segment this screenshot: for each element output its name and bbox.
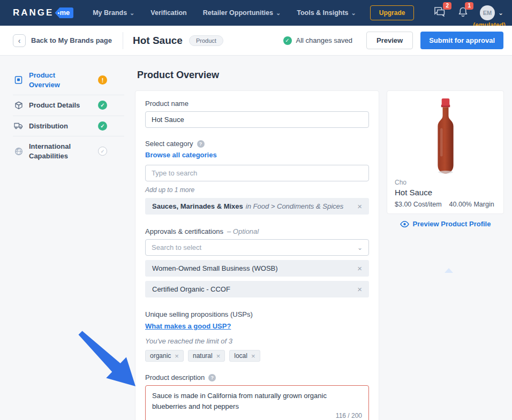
sidebar-item-international-capabilities[interactable]: International Capabilities ✓ bbox=[13, 136, 124, 166]
warning-status-icon: ! bbox=[98, 75, 107, 85]
certifications-select[interactable]: Search to select ⌄ bbox=[145, 239, 369, 256]
nav-items: My Brands ⌄ Verification Retailer Opport… bbox=[93, 9, 356, 17]
upgrade-button[interactable]: Upgrade bbox=[370, 5, 415, 20]
pricing-row: $3.00 Cost/item 40.00% Margin bbox=[395, 201, 496, 208]
description-text: Sauce is made in California from natural… bbox=[152, 391, 362, 411]
description-textarea[interactable]: Sauce is made in California from natural… bbox=[145, 385, 369, 420]
product-name-label: Product name bbox=[145, 100, 369, 108]
browse-all-categories-link[interactable]: Browse all categories bbox=[145, 151, 217, 159]
rangeme-logo[interactable]: RANGE me bbox=[13, 7, 73, 18]
usp-help-link[interactable]: What makes a good USP? bbox=[145, 322, 231, 330]
preview-product-profile-link[interactable]: Preview Product Profile bbox=[387, 220, 504, 228]
category-name: Sauces, Marinades & Mixes bbox=[152, 202, 243, 210]
chevron-down-icon: ⌄ bbox=[357, 246, 363, 249]
back-chevron-icon: ‹ bbox=[18, 36, 21, 45]
back-button[interactable]: ‹ bbox=[13, 34, 26, 47]
product-preview-card: Cho Hot Sauce $3.00 Cost/item 40.00% Mar… bbox=[387, 90, 504, 214]
category-hint: Add up to 1 more bbox=[145, 186, 369, 194]
chevron-down-icon: ⌄ bbox=[130, 11, 134, 15]
nav-right: 2 1 EM ⌄ (emulated) bbox=[433, 5, 503, 20]
remove-certification-icon[interactable]: × bbox=[357, 285, 362, 293]
cube-icon bbox=[14, 101, 23, 110]
sidebar-item-product-overview[interactable]: Product Overview ! bbox=[13, 65, 124, 95]
back-link[interactable]: Back to My Brands page bbox=[31, 36, 112, 44]
submit-for-approval-button[interactable]: Submit for approval bbox=[420, 32, 503, 49]
sidebar-item-product-details[interactable]: Product Details ✓ bbox=[13, 95, 124, 116]
top-navbar: RANGE me My Brands ⌄ Verification Retail… bbox=[0, 0, 512, 26]
sidebar-item-distribution[interactable]: Distribution ✓ bbox=[13, 116, 124, 137]
section-sidebar: Product Overview ! Product Details ✓ Dis… bbox=[13, 65, 124, 166]
nav-my-brands[interactable]: My Brands ⌄ bbox=[93, 9, 134, 17]
logo-text-range: RANGE bbox=[13, 7, 54, 18]
header-actions: ✓ All changes saved Preview Submit for a… bbox=[283, 32, 503, 49]
usps-label: Unique selling propositions (USPs) bbox=[145, 310, 369, 318]
help-icon[interactable]: ? bbox=[197, 140, 205, 148]
product-type-badge: Product bbox=[189, 35, 223, 46]
description-label: Product description ? bbox=[145, 373, 369, 381]
product-overview-form: Product name Select category ? Browse al… bbox=[135, 90, 379, 420]
cost-per-item: $3.00 Cost/item bbox=[395, 201, 442, 208]
product-image bbox=[395, 97, 496, 177]
nav-tools-insights[interactable]: Tools & Insights ⌄ bbox=[297, 9, 356, 17]
remove-usp-icon[interactable]: × bbox=[216, 353, 221, 360]
certifications-placeholder: Search to select bbox=[152, 243, 201, 251]
usp-tags: organic × natural × local × bbox=[145, 350, 369, 362]
complete-status-icon: ✓ bbox=[98, 121, 107, 131]
eye-icon bbox=[400, 221, 409, 227]
category-search-input[interactable] bbox=[145, 165, 369, 181]
help-icon[interactable]: ? bbox=[208, 374, 216, 381]
chevron-down-icon: ⌄ bbox=[498, 11, 503, 15]
page: RANGE me My Brands ⌄ Verification Retail… bbox=[0, 0, 512, 420]
avatar: EM bbox=[480, 5, 495, 20]
nav-verification[interactable]: Verification bbox=[150, 9, 186, 17]
selected-category-chip: Sauces, Marinades & Mixes in Food > Cond… bbox=[145, 198, 369, 215]
globe-icon bbox=[14, 147, 23, 156]
chevron-down-icon: ⌄ bbox=[351, 11, 356, 15]
complete-status-icon: ✓ bbox=[98, 101, 107, 110]
certification-chip: Certified Organic - CCOF × bbox=[145, 281, 369, 297]
nav-retailer-opportunities[interactable]: Retailer Opportunities ⌄ bbox=[203, 9, 281, 17]
logo-tag-me: me bbox=[55, 7, 73, 18]
char-counter: 116 / 200 bbox=[152, 412, 362, 419]
category-path: in Food > Condiments & Spices bbox=[246, 202, 343, 210]
notifications-button[interactable]: 1 bbox=[458, 6, 468, 20]
page-header: ‹ Back to My Brands page Hot Sauce Produ… bbox=[0, 26, 512, 56]
account-menu[interactable]: EM ⌄ bbox=[480, 5, 503, 20]
save-status: ✓ All changes saved bbox=[283, 36, 353, 45]
certification-chip: Women-Owned Small Business (WOSB) × bbox=[145, 260, 369, 277]
remove-certification-icon[interactable]: × bbox=[357, 264, 362, 272]
margin: 40.00% Margin bbox=[449, 201, 494, 208]
document-icon bbox=[14, 75, 23, 85]
product-name-input[interactable] bbox=[145, 111, 369, 128]
chevron-down-icon: ⌄ bbox=[276, 11, 281, 15]
certifications-label: Approvals & certifications – Optional bbox=[145, 227, 369, 235]
brand-name: Cho bbox=[395, 179, 496, 186]
remove-usp-icon[interactable]: × bbox=[175, 353, 179, 360]
remove-usp-icon[interactable]: × bbox=[251, 353, 255, 360]
remove-category-icon[interactable]: × bbox=[357, 202, 362, 210]
select-category-label: Select category ? bbox=[145, 140, 369, 148]
incomplete-status-icon: ✓ bbox=[98, 147, 107, 156]
preview-button[interactable]: Preview bbox=[366, 32, 413, 49]
usp-tag: local × bbox=[229, 350, 260, 362]
truck-icon bbox=[14, 121, 23, 131]
faint-scroll-indicator bbox=[445, 268, 453, 273]
page-title: Hot Sauce bbox=[133, 35, 183, 47]
messages-button[interactable]: 2 bbox=[433, 6, 446, 19]
usp-tag: natural × bbox=[188, 350, 225, 362]
divider bbox=[123, 32, 123, 49]
notifications-count-badge: 1 bbox=[465, 2, 473, 10]
product-name: Hot Sauce bbox=[395, 188, 496, 197]
usp-tag: organic × bbox=[145, 350, 184, 362]
messages-count-badge: 2 bbox=[443, 2, 451, 10]
usp-limit-note: You've reached the limit of 3 bbox=[145, 337, 369, 345]
saved-check-icon: ✓ bbox=[283, 36, 292, 45]
hot-sauce-bottle-image bbox=[428, 98, 463, 176]
section-heading: Product Overview bbox=[137, 70, 219, 81]
